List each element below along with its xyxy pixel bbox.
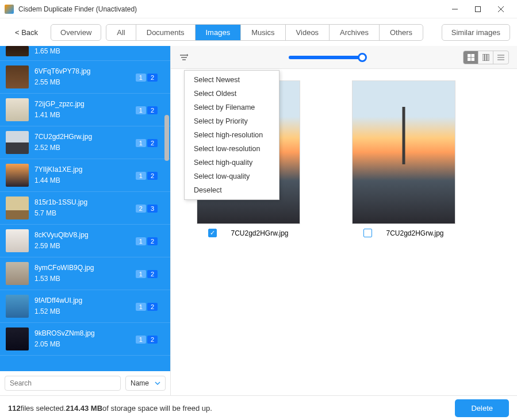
thumbnail xyxy=(6,131,29,154)
app-icon xyxy=(5,5,14,14)
select-checkbox[interactable] xyxy=(363,229,372,237)
thumbnail xyxy=(6,65,29,88)
sidebar: 1.65 MB 6VFqT6vPY78.jpg2.55 MB 12 72ijGP… xyxy=(0,46,170,395)
dup-badge: 2 xyxy=(147,106,158,114)
selected-count: 112 xyxy=(8,404,21,413)
tab-musics[interactable]: Musics xyxy=(241,25,285,40)
scrollbar-thumb[interactable] xyxy=(164,115,169,161)
maximize-button[interactable] xyxy=(466,1,489,17)
dup-badge: 2 xyxy=(147,74,158,82)
dup-badge: 1 xyxy=(136,106,146,114)
thumbnail xyxy=(6,164,29,187)
close-button[interactable] xyxy=(489,1,512,17)
select-checkbox[interactable] xyxy=(208,229,217,237)
sort-label: Name xyxy=(131,379,149,387)
selected-count-suffix: files selected. xyxy=(21,404,66,413)
thumbnail xyxy=(6,98,29,121)
filter-icon[interactable] xyxy=(179,53,189,61)
tab-archives[interactable]: Archives xyxy=(330,25,380,40)
preview-image xyxy=(352,80,455,224)
list-item[interactable]: 9fAfDff4wUI.jpg1.52 MB 12 xyxy=(0,290,170,323)
view-toggle xyxy=(463,51,509,64)
list-item[interactable]: 8cKVyuQlbV8.jpg2.59 MB 12 xyxy=(0,225,170,257)
thumbnail xyxy=(6,262,29,285)
menu-item-select-by-priority[interactable]: Select by Priority xyxy=(185,114,279,128)
dup-badge: 1 xyxy=(136,303,146,311)
menu-item-deselect[interactable]: Deselect xyxy=(185,183,279,197)
list-item[interactable]: 815r1b-1SSU.jpg5.7 MB 23 xyxy=(0,192,170,225)
thumbnail xyxy=(6,327,29,350)
context-menu: Select Newest Select Oldest Select by Fi… xyxy=(184,70,279,200)
dup-badge: 1 xyxy=(136,74,146,82)
thumbnail xyxy=(6,229,29,252)
sort-dropdown[interactable]: Name xyxy=(125,376,166,391)
list-item[interactable]: 72ijGP_zpzc.jpg1.41 MB 12 xyxy=(0,94,170,126)
menu-item-select-low-resolution[interactable]: Select low-resolution xyxy=(185,142,279,156)
dup-badge: 1 xyxy=(136,336,146,344)
freed-size-suffix: of storage space will be freed up. xyxy=(102,404,212,413)
menu-item-select-by-filename[interactable]: Select by Filename xyxy=(185,101,279,114)
tab-images[interactable]: Images xyxy=(196,25,242,40)
search-input[interactable] xyxy=(5,376,121,391)
preview-item[interactable]: 7CU2gd2HGrw.jpg xyxy=(343,80,464,237)
menu-item-select-high-quality[interactable]: Select high-quality xyxy=(185,156,279,169)
dup-badge: 2 xyxy=(147,303,158,311)
zoom-thumb[interactable] xyxy=(358,53,367,62)
statusbar: 112 files selected. 214.43 MB of storage… xyxy=(0,395,517,420)
menu-item-select-low-quality[interactable]: Select low-quality xyxy=(185,169,279,183)
list-item[interactable]: 6VFqT6vPY78.jpg2.55 MB 12 xyxy=(0,61,170,94)
titlebar: Cisdem Duplicate Finder (Unactivated) xyxy=(0,0,517,18)
window-title: Cisdem Duplicate Finder (Unactivated) xyxy=(18,5,443,13)
thumbnail xyxy=(6,196,29,219)
svg-rect-12 xyxy=(485,54,487,61)
list-item[interactable]: 9kBROSvZNm8.jpg2.05 MB 12 xyxy=(0,323,170,356)
tab-documents[interactable]: Documents xyxy=(136,25,196,40)
grid-view-button[interactable] xyxy=(464,51,478,64)
category-tabs: All Documents Images Musics Videos Archi… xyxy=(106,24,423,41)
similar-images-button[interactable]: Similar images xyxy=(442,24,510,41)
sidebar-list[interactable]: 1.65 MB 6VFqT6vPY78.jpg2.55 MB 12 72ijGP… xyxy=(0,46,170,371)
list-item[interactable]: 7CU2gd2HGrw.jpg2.52 MB 12 xyxy=(0,126,170,159)
svg-rect-8 xyxy=(472,54,474,57)
list-item[interactable]: 8ymCFoWIB9Q.jpg1.53 MB 12 xyxy=(0,257,170,290)
dup-badge: 2 xyxy=(147,336,158,344)
dup-badge: 1 xyxy=(136,237,146,245)
dup-badge: 1 xyxy=(136,270,146,278)
menu-item-select-newest[interactable]: Select Newest xyxy=(185,73,279,87)
sidebar-footer: Name xyxy=(0,371,170,395)
column-view-button[interactable] xyxy=(478,51,493,64)
thumbnail xyxy=(6,46,29,56)
menu-item-select-oldest[interactable]: Select Oldest xyxy=(185,87,279,101)
svg-rect-13 xyxy=(487,54,489,61)
toolbar: < Back Overview All Documents Images Mus… xyxy=(0,18,517,46)
thumbnail xyxy=(6,295,29,318)
dup-badge: 1 xyxy=(136,139,146,147)
svg-rect-7 xyxy=(468,54,470,57)
minimize-button[interactable] xyxy=(443,1,466,17)
zoom-slider[interactable] xyxy=(289,56,363,59)
svg-rect-11 xyxy=(482,54,484,61)
dup-badge: 2 xyxy=(147,270,158,278)
dup-badge: 3 xyxy=(147,205,158,213)
menu-item-select-high-resolution[interactable]: Select high-resolution xyxy=(185,128,279,142)
freed-size: 214.43 MB xyxy=(66,404,102,413)
svg-rect-1 xyxy=(476,6,481,11)
overview-button[interactable]: Overview xyxy=(51,24,101,41)
dup-badge: 1 xyxy=(136,172,146,180)
list-item[interactable]: 7YIljKIa1XE.jpg1.44 MB 12 xyxy=(0,159,170,192)
back-button[interactable]: < Back xyxy=(7,25,46,40)
chevron-down-icon xyxy=(155,380,160,386)
dup-badge: 2 xyxy=(147,139,158,147)
svg-rect-9 xyxy=(468,58,470,61)
tab-others[interactable]: Others xyxy=(380,25,423,40)
preview-filename: 7CU2gd2HGrw.jpg xyxy=(386,229,443,237)
preview-filename: 7CU2gd2HGrw.jpg xyxy=(231,229,288,237)
dup-badge: 2 xyxy=(136,205,146,213)
delete-button[interactable]: Delete xyxy=(455,399,509,417)
tab-videos[interactable]: Videos xyxy=(286,25,330,40)
dup-badge: 2 xyxy=(147,237,158,245)
list-item[interactable]: 1.65 MB xyxy=(0,46,170,61)
svg-rect-10 xyxy=(472,58,474,61)
tab-all[interactable]: All xyxy=(106,25,136,40)
list-view-button[interactable] xyxy=(493,51,508,64)
